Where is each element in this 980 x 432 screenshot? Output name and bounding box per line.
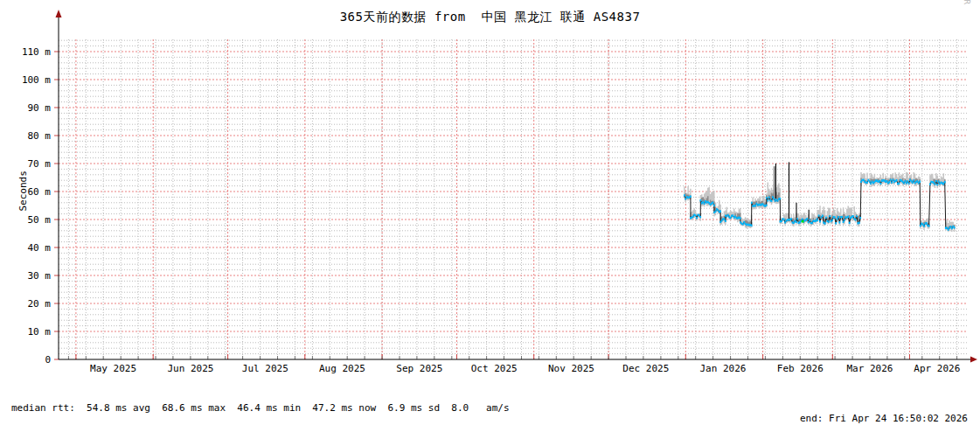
end-timestamp: end: Fri Apr 24 16:50:02 2026 [800, 413, 968, 424]
x-tick-label: Sep 2025 [396, 363, 442, 374]
y-tick-label: 20 m [28, 298, 52, 310]
rtt-latency-chart: 010 m20 m30 m40 m50 m60 m70 m80 m90 m100… [0, 0, 980, 376]
y-tick-label: 0 [45, 354, 51, 366]
median-dot-loss-0 [802, 220, 804, 223]
y-tick-label: 60 m [28, 186, 52, 198]
y-tick-label: 100 m [22, 74, 51, 86]
x-tick-label: Mar 2026 [847, 363, 893, 374]
smokeping-graph-page: 365天前的数据 from 中国 黑龙江 联通 AS4837 RRDTOOL /… [0, 0, 980, 432]
y-tick-label: 110 m [22, 46, 51, 58]
minor-gridlines [59, 39, 967, 359]
minor-ticks [68, 356, 956, 359]
x-tick-label: Aug 2025 [319, 363, 365, 374]
y-tick-label: 50 m [28, 214, 52, 226]
y-tick-label: 80 m [28, 130, 52, 142]
median-rtt-stats: median rtt: 54.8 ms avg 68.6 ms max 46.4… [11, 402, 510, 415]
major-gridlines [59, 39, 967, 359]
major-ticks [54, 52, 910, 359]
x-axis-arrow-icon [970, 357, 977, 363]
x-tick-label: Feb 2026 [777, 363, 824, 374]
y-tick-label: 40 m [28, 242, 52, 254]
x-tick-label: Nov 2025 [548, 363, 594, 374]
y-tick-label: 90 m [28, 102, 52, 114]
y-tick-label: 70 m [28, 158, 52, 170]
y-tick-label: 10 m [28, 326, 52, 338]
x-tick-label: Oct 2025 [471, 363, 518, 374]
y-axis-arrow-icon [56, 10, 62, 17]
y-tick-label: 30 m [28, 270, 52, 282]
x-tick-label: Jun 2025 [167, 363, 213, 374]
x-tick-label: Jul 2025 [242, 363, 288, 374]
x-tick-label: Dec 2025 [622, 363, 669, 374]
x-tick-label: Apr 2026 [914, 363, 960, 374]
x-tick-label: Jan 2026 [700, 363, 747, 374]
x-tick-label: May 2025 [90, 363, 136, 374]
graph-legend: median rtt: 54.8 ms avg 68.6 ms max 46.4… [11, 377, 510, 432]
